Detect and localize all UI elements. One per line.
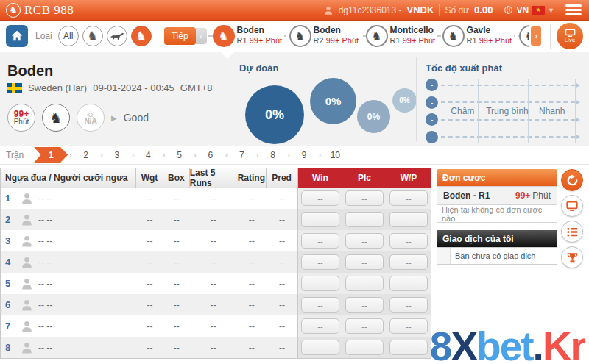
runner-dot: - [426,96,438,109]
win-odds-button[interactable]: -- [301,190,339,206]
tab-separator-icon: › [255,149,258,160]
user-icon [323,5,334,15]
list-icon-button[interactable] [561,221,583,243]
win-odds-button[interactable]: -- [301,254,339,270]
race-card[interactable]: ♞MonticelloR1 99+ Phút [366,25,442,47]
weather-na-label: N/A [84,118,96,125]
wp-odds-button[interactable]: -- [389,233,428,249]
tab-race-4[interactable]: 4 [135,147,161,163]
win-odds-button[interactable]: -- [301,340,339,355]
horse-cart-icon: ♞ [519,25,529,47]
horse-racing-icon[interactable]: ♞ [82,26,103,46]
bet-zone: ------ [297,230,431,251]
tab-race-9[interactable]: 9 [291,147,317,163]
race-card[interactable]: ♞BodenR1 99+ Phút [213,25,289,47]
bet-cell: -- [298,294,342,315]
live-button[interactable]: Live [557,23,583,49]
box-cell: -- [163,230,190,251]
race-card[interactable]: ♞BodenR2 99+ Phút [289,25,366,47]
wp-odds-button[interactable]: -- [389,276,428,291]
tab-race-7[interactable]: 7 [228,147,255,163]
page: ♞ RCB 988 dg11c2336013 - VNDK Số dư 0.00… [0,0,589,364]
win-odds-button[interactable]: -- [301,318,339,334]
divider [498,4,498,16]
wp-odds-button[interactable]: -- [389,318,428,334]
tab-race-5[interactable]: 5 [166,147,193,163]
next-races-chevron[interactable]: › [531,26,541,46]
transactions-title: Giao dịch của tôi [437,230,557,247]
tab-race-8[interactable]: 8 [260,147,286,163]
weight-cell: -- [136,337,163,358]
win-odds-button[interactable]: -- [301,276,339,291]
table-row: 4-- ------------------ [1,251,431,273]
avatar [20,276,34,290]
start-speed-title: Tốc độ xuất phát [426,63,580,74]
runner-number: 2 [5,214,15,225]
going-label: Good [124,112,149,124]
race-card-countdown: 99+ Phút [250,36,282,45]
bet-cell: -- [387,188,431,209]
runner-name: -- -- [38,321,52,332]
wp-odds-button[interactable]: -- [389,254,428,270]
plc-odds-button[interactable]: -- [345,190,384,206]
race-card-sub: R2 99+ Phút [314,36,359,46]
pred-cell: -- [267,294,297,315]
last5-cell: -- [190,188,237,209]
filter-all-button[interactable]: All [58,26,79,46]
plc-odds-button[interactable]: -- [345,340,384,355]
tab-race-10[interactable]: 10 [322,147,348,163]
greyhound-icon[interactable] [107,26,127,46]
rating-cell: -- [236,273,267,294]
wp-odds-button[interactable]: -- [389,340,428,355]
win-odds-button[interactable]: -- [301,297,339,313]
tab-race-6[interactable]: 6 [197,147,224,163]
tab-race-2[interactable]: 2 [73,147,99,163]
runner-name: -- -- [38,343,52,353]
tab-race-3[interactable]: 3 [104,147,130,163]
plc-odds-button[interactable]: -- [345,318,384,334]
page-title: Boden [7,63,222,79]
race-card[interactable]: ♞MonticelloR2 99+ Phút [519,25,529,47]
bet-cell: -- [298,209,342,230]
runner-table-body: 1-- ------------------2-- --------------… [1,188,431,358]
arrow-right-icon: ▶ [111,114,117,122]
tab-separator-icon: › [225,149,228,160]
bet-cell: -- [342,337,387,358]
plc-odds-button[interactable]: -- [345,233,384,249]
plc-odds-button[interactable]: -- [345,254,384,270]
language-selector[interactable]: VN ★ ▼ [504,5,554,15]
harness-racing-icon[interactable]: ♞ [131,26,152,46]
wp-odds-button[interactable]: -- [389,297,428,313]
username[interactable]: dg11c2336013 - [339,5,402,15]
avatar [20,191,34,205]
next-button[interactable]: Tiếp [164,27,196,45]
plc-odds-button[interactable]: -- [345,212,384,227]
prev-races-chevron[interactable]: ‹ [196,28,207,44]
plc-odds-button[interactable]: -- [345,276,384,291]
table-row: 3-- ------------------ [1,230,431,251]
box-cell: -- [163,294,190,315]
rating-cell: -- [236,337,267,358]
refresh-icon [566,174,579,187]
refresh-icon-button[interactable] [561,169,583,191]
tab-race-1[interactable]: 1 [34,147,68,163]
win-odds-button[interactable]: -- [301,212,339,227]
race-card[interactable]: ♞GavleR1 99+ Phút [442,25,519,47]
tv-icon-button[interactable] [561,195,583,217]
trophy-icon-button[interactable] [561,246,583,268]
transactions-empty-message: Bạn chưa có giao dịch [451,248,536,264]
plc-odds-button[interactable]: -- [345,297,384,313]
race-cards: ♞BodenR1 99+ Phút♞BodenR2 99+ Phút♞Monti… [213,21,529,51]
wp-odds-button[interactable]: -- [389,212,428,227]
race-nav-strip: Loại All ♞ ♞ Tiếp ‹ ♞BodenR1 99+ Phút♞Bo… [0,21,589,51]
wp-odds-button[interactable]: -- [389,190,428,206]
win-odds-button[interactable]: -- [301,233,339,249]
runner-table-header: Ngựa đua / Người cưỡi ngựaWgtBoxLast 5 R… [1,168,431,188]
runner-cell: 3-- -- [1,230,136,251]
brand-logo[interactable]: ♞ RCB 988 [6,3,74,18]
menu-icon[interactable] [565,4,582,15]
box-cell: -- [163,209,190,230]
box-cell: -- [163,315,190,337]
home-button[interactable] [6,25,28,47]
divider [439,4,440,16]
